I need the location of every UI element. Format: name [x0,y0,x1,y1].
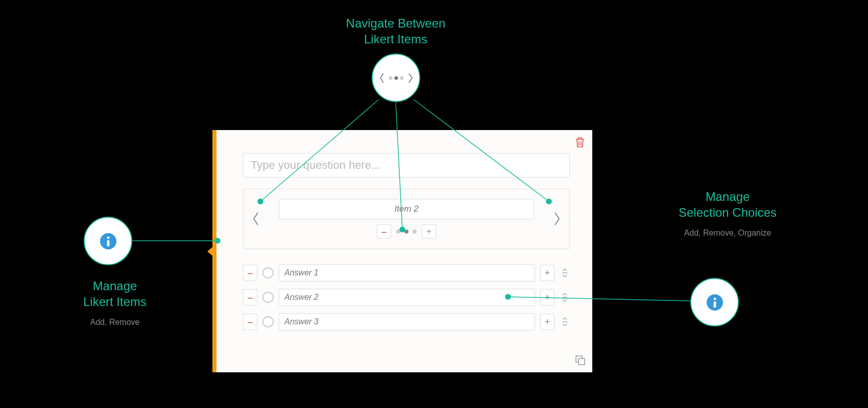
svg-point-16 [107,236,109,239]
add-choice-button[interactable]: + [540,289,554,305]
choice-row: – + [243,312,570,332]
next-item-button[interactable] [545,189,569,248]
remove-choice-button[interactable]: – [243,265,257,281]
chevron-left-icon [252,212,260,226]
choice-text-input[interactable] [279,289,535,306]
callout-title-line: Selection Choices [679,206,777,219]
prev-item-button[interactable] [244,189,268,248]
remove-choice-button[interactable]: – [243,289,257,305]
choice-text-input[interactable] [279,313,535,330]
choice-radio-preview [262,316,274,327]
callout-badge-navigate [372,54,420,102]
choice-radio-preview [262,267,274,278]
callout-title-line: Manage [706,190,750,203]
reorder-choice-handle[interactable] [560,314,570,330]
svg-point-12 [389,76,392,80]
callout-subtitle: Add, Remove [51,318,179,327]
svg-rect-17 [107,240,109,246]
pager-dot[interactable] [413,230,417,234]
svg-point-14 [400,76,403,80]
reorder-icon [561,317,568,327]
choice-radio-preview [262,292,274,303]
callout-title-line: Navigate Between [346,16,446,30]
question-text-input[interactable] [243,153,570,177]
reorder-choice-handle[interactable] [560,289,570,305]
likert-item-label-input[interactable] [279,199,534,219]
choice-row: – + [243,263,570,283]
add-choice-button[interactable]: + [540,314,554,330]
item-navigator-center: – + [268,199,545,239]
pager-dots [396,230,417,234]
chevron-right-icon [553,212,561,226]
question-editor-panel: – + – + [212,130,592,372]
duplicate-question-button[interactable] [573,353,587,367]
svg-rect-1 [578,359,585,365]
remove-choice-button[interactable]: – [243,314,257,330]
svg-rect-20 [713,301,716,308]
callout-manage-choices: Manage Selection Choices Add, Remove, Or… [651,189,804,238]
callout-manage-items: Manage Likert Items Add, Remove [51,278,179,327]
active-indicator-triangle [207,245,214,258]
selection-choices-list: – + – + – + [243,263,570,332]
trash-icon [574,136,586,148]
reorder-icon [561,268,568,278]
callout-badge-manage-items [84,217,132,265]
callout-title-line: Manage [93,279,137,293]
add-item-button[interactable]: + [422,224,436,239]
info-icon [99,232,117,250]
pager-dot[interactable] [404,230,408,234]
choice-text-input[interactable] [279,264,535,282]
callout-navigate: Navigate Between Likert Items [306,15,485,47]
add-choice-button[interactable]: + [540,265,554,281]
reorder-icon [561,292,568,302]
delete-question-button[interactable] [573,135,587,149]
callout-subtitle: Add, Remove, Organize [651,228,804,238]
reorder-choice-handle[interactable] [560,265,570,281]
svg-point-13 [394,76,398,80]
pager-dot[interactable] [396,230,400,234]
duplicate-icon [574,354,586,366]
callout-title-line: Likert Items [83,295,147,309]
likert-item-navigator: – + [243,189,570,249]
callout-badge-manage-choices [690,278,739,326]
pager-preview-icon [378,70,414,86]
item-pager: – + [377,224,436,239]
callout-title-line: Likert Items [364,32,427,46]
remove-item-button[interactable]: – [377,224,391,239]
info-icon [706,293,724,312]
choice-row: – + [243,287,570,308]
svg-point-19 [713,297,716,300]
